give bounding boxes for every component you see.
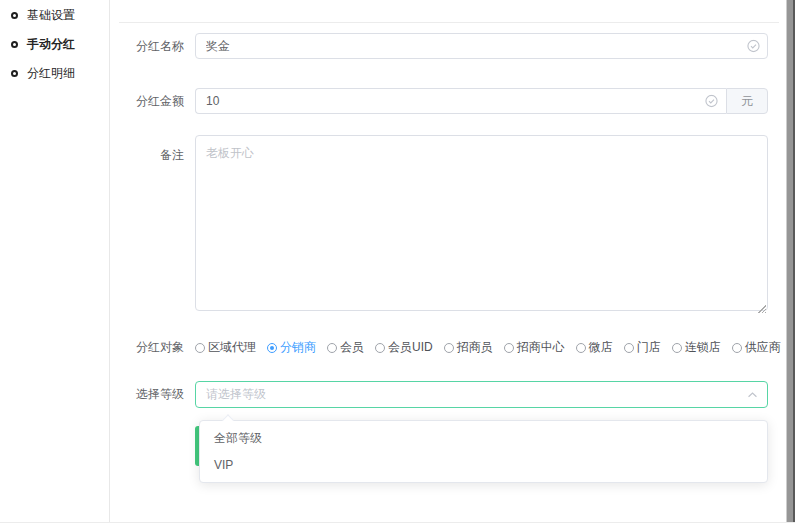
dividend-amount-input[interactable]	[195, 88, 726, 114]
amount-unit-suffix: 元	[726, 88, 768, 114]
form-content: 分红名称 分红金额	[111, 0, 786, 522]
radio-icon	[624, 343, 634, 353]
dividend-name-input[interactable]	[195, 33, 768, 59]
target-radio-group: 区域代理 分销商 会员 会员UID	[195, 339, 781, 356]
sidebar-item-dividend-detail[interactable]: 分红明细	[0, 59, 109, 88]
field-row-amount: 分红金额 元	[111, 88, 768, 114]
radio-circle-icon	[11, 12, 18, 19]
radio-chain-store[interactable]: 连锁店	[672, 339, 721, 356]
dropdown-option-vip[interactable]: VIP	[200, 452, 767, 479]
sidebar-item-label: 分红明细	[27, 65, 75, 82]
field-row-level: 选择等级 请选择等级	[111, 381, 768, 408]
sidebar-item-label: 手动分红	[27, 36, 75, 53]
level-select[interactable]: 请选择等级	[195, 381, 768, 408]
radio-circle-icon	[11, 70, 18, 77]
sidebar-item-basic-settings[interactable]: 基础设置	[0, 1, 109, 30]
field-label-remark: 备注	[111, 135, 184, 315]
radio-recruit-center[interactable]: 招商中心	[504, 339, 565, 356]
vertical-scrollbar[interactable]	[786, 0, 795, 522]
sidebar-item-label: 基础设置	[27, 7, 75, 24]
field-row-name: 分红名称	[111, 33, 768, 59]
radio-icon	[576, 343, 586, 353]
sidebar-item-manual-dividend[interactable]: 手动分红	[0, 30, 109, 59]
sidebar: 基础设置 手动分红 分红明细	[0, 0, 110, 523]
resize-grip-icon[interactable]	[757, 304, 766, 313]
radio-icon	[672, 343, 682, 353]
field-label-amount: 分红金额	[111, 93, 184, 110]
manual-dividend-page: 基础设置 手动分红 分红明细 分红名称	[0, 0, 795, 523]
level-dropdown-panel: 全部等级 VIP	[199, 420, 768, 483]
circle-check-icon	[747, 40, 760, 53]
radio-circle-icon	[11, 41, 18, 48]
radio-icon	[195, 343, 205, 353]
level-select-placeholder: 请选择等级	[206, 386, 266, 403]
radio-icon-selected	[267, 343, 277, 353]
dropdown-option-all-levels[interactable]: 全部等级	[200, 425, 767, 452]
radio-icon	[444, 343, 454, 353]
radio-member[interactable]: 会员	[327, 339, 364, 356]
radio-store[interactable]: 门店	[624, 339, 661, 356]
chevron-up-icon	[747, 391, 758, 398]
radio-distributor[interactable]: 分销商	[267, 339, 316, 356]
radio-recruiter[interactable]: 招商员	[444, 339, 493, 356]
radio-icon	[732, 343, 742, 353]
field-label-target: 分红对象	[111, 339, 184, 356]
radio-icon	[327, 343, 337, 353]
field-row-remark: 备注 老板开心	[111, 135, 768, 315]
radio-member-uid[interactable]: 会员UID	[375, 339, 433, 356]
radio-supplier[interactable]: 供应商	[732, 339, 781, 356]
remark-textarea[interactable]: 老板开心	[195, 135, 768, 311]
circle-check-icon	[705, 95, 718, 108]
radio-micro-shop[interactable]: 微店	[576, 339, 613, 356]
field-label-name: 分红名称	[111, 38, 184, 55]
content-top-divider	[119, 22, 779, 23]
radio-region-agent[interactable]: 区域代理	[195, 339, 256, 356]
field-label-level: 选择等级	[111, 386, 184, 403]
radio-icon	[504, 343, 514, 353]
radio-icon	[375, 343, 385, 353]
field-row-target: 分红对象 区域代理 分销商 会员	[111, 339, 781, 356]
popper-arrow	[222, 414, 233, 425]
